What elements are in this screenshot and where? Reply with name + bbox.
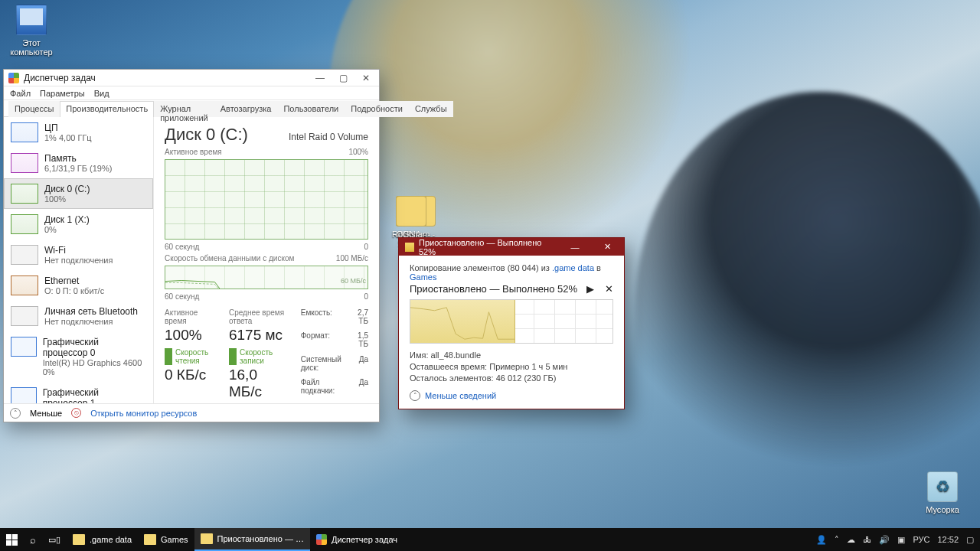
- stat-active-label: Активное время: [165, 308, 215, 325]
- close-button[interactable]: ✕: [593, 240, 621, 255]
- collapse-icon[interactable]: ˄: [10, 408, 21, 419]
- menu-file[interactable]: Файл: [10, 89, 31, 98]
- search-icon: ⌕: [30, 534, 36, 546]
- task-manager-icon: [316, 534, 327, 545]
- sidebar-item-wifi[interactable]: Wi-FiНет подключения: [4, 240, 153, 270]
- cancel-button[interactable]: ✕: [605, 283, 613, 295]
- ethernet-thumb-icon: [11, 276, 38, 295]
- x-left2: 60 секунд: [165, 292, 199, 301]
- bluetooth-thumb-icon: [11, 306, 38, 326]
- plot1-max: 100%: [348, 148, 368, 156]
- recycle-icon: [927, 471, 958, 502]
- sidebar-item-disk1[interactable]: Диск 1 (X:)0%: [4, 209, 153, 240]
- stat-active-value: 100%: [165, 327, 215, 344]
- window-title: Диспетчер задач: [24, 73, 309, 83]
- close-button[interactable]: ✕: [354, 70, 377, 86]
- stat-write-label: Скорость записи: [229, 348, 287, 365]
- tab-bar: Процессы Производительность Журнал прило…: [4, 100, 379, 117]
- sidebar-item-gpu1[interactable]: Графический процессор 1NVIDIA GeForce GT…: [4, 382, 153, 403]
- plot2-max: 100 МБ/с: [336, 254, 368, 262]
- icon-label: Этот компьютер: [8, 38, 55, 57]
- start-button[interactable]: [0, 528, 24, 551]
- tab-processes[interactable]: Процессы: [8, 101, 60, 117]
- x-left: 60 секунд: [165, 243, 199, 251]
- detail-heading: Диск 0 (C:): [165, 125, 248, 145]
- desktop-icon-this-pc[interactable]: Этот компьютер: [8, 5, 55, 57]
- copy-summary-line: Копирование элементов (80 044) из .game …: [410, 263, 613, 282]
- tab-services[interactable]: Службы: [409, 101, 453, 117]
- tab-app-history[interactable]: Журнал приложений: [154, 101, 214, 117]
- onedrive-icon[interactable]: ☁: [847, 535, 855, 545]
- maximize-button[interactable]: ▢: [332, 70, 354, 86]
- tab-startup[interactable]: Автозагрузка: [214, 101, 278, 117]
- task-manager-footer: ˄ Меньше ⦸ Открыть монитор ресурсов: [4, 403, 379, 422]
- battery-icon[interactable]: ▣: [897, 535, 905, 545]
- copy-details: Имя: all_48.bundle Оставшееся время: При…: [410, 350, 613, 384]
- sidebar-item-ethernet[interactable]: EthernetО: 0 П: 0 кбит/с: [4, 270, 153, 301]
- minimize-button[interactable]: ―: [309, 70, 332, 86]
- folder-icon: [73, 534, 85, 545]
- open-resource-monitor-link[interactable]: Открыть монитор ресурсов: [90, 409, 197, 418]
- monitor-icon: [16, 5, 47, 35]
- tab-users[interactable]: Пользователи: [277, 101, 345, 117]
- disk-properties: Емкость:2,7 ТБ Формат:1,5 ТБ Системный д…: [301, 308, 368, 400]
- tray-chevron-icon[interactable]: ˄: [835, 535, 839, 545]
- mem-thumb-icon: [11, 153, 38, 173]
- gpu-thumb-icon: [11, 387, 37, 403]
- input-language[interactable]: РУС: [913, 535, 929, 544]
- stat-read-label: Скорость чтения: [165, 348, 215, 365]
- resume-button[interactable]: ▶: [586, 283, 594, 295]
- performance-detail: Диск 0 (C:) Intel Raid 0 Volume Активное…: [154, 117, 379, 403]
- volume-icon[interactable]: 🔊: [879, 535, 890, 545]
- stat-avg-label: Среднее время ответа: [229, 308, 287, 325]
- fewer-details-link[interactable]: Меньше: [30, 409, 62, 418]
- sidebar-item-memory[interactable]: Память6,1/31,9 ГБ (19%): [4, 148, 153, 178]
- fewer-details-link[interactable]: ˄ Меньше сведений: [410, 390, 613, 401]
- copy-dest-link[interactable]: Games: [410, 272, 436, 282]
- file-copy-window: Приостановлено — Выполнено 52% ― ✕ Копир…: [398, 237, 625, 409]
- taskbar-item-copy[interactable]: Приостановлено — …: [194, 528, 310, 551]
- sidebar-item-bluetooth[interactable]: Личная сеть BluetoothНет подключения: [4, 301, 153, 331]
- desktop-icon-recycle-bin[interactable]: Мусорка: [919, 471, 966, 514]
- clock[interactable]: 12:52: [937, 535, 959, 544]
- chevron-up-icon: ˄: [410, 390, 420, 401]
- action-center-icon[interactable]: ▢: [966, 535, 974, 545]
- copy-source-link[interactable]: .game data: [552, 263, 594, 272]
- taskbar-item-game-data[interactable]: .game data: [67, 528, 138, 551]
- tab-details[interactable]: Подробности: [345, 101, 409, 117]
- network-icon[interactable]: 🖧: [863, 535, 871, 544]
- sidebar-item-gpu0[interactable]: Графический процессор 0Intel(R) HD Graph…: [4, 331, 153, 382]
- sidebar-item-disk0[interactable]: Диск 0 (C:)100%: [4, 178, 153, 209]
- taskbar: ⌕ ▭▯ .game data Games Приостановлено — ……: [0, 528, 980, 551]
- stop-icon: ⦸: [71, 408, 81, 418]
- x-right: 0: [364, 243, 368, 251]
- performance-sidebar: ЦП1% 4,00 ГГц Память6,1/31,9 ГБ (19%) Ди…: [4, 117, 154, 403]
- folder-icon: [144, 534, 156, 545]
- disk-thumb-icon: [11, 214, 38, 234]
- titlebar[interactable]: Диспетчер задач ― ▢ ✕: [4, 70, 379, 86]
- sidebar-item-cpu[interactable]: ЦП1% 4,00 ГГц: [4, 117, 153, 148]
- plot1-title: Активное время: [165, 148, 222, 156]
- disk-thumb-icon: [11, 184, 38, 204]
- tab-performance[interactable]: Производительность: [60, 101, 154, 117]
- search-button[interactable]: ⌕: [24, 528, 42, 551]
- cpu-thumb-icon: [11, 122, 38, 142]
- people-icon[interactable]: 👤: [816, 535, 827, 545]
- gpu-thumb-icon: [11, 337, 37, 357]
- taskbar-item-games[interactable]: Games: [138, 528, 194, 551]
- task-view-button[interactable]: ▭▯: [42, 528, 67, 551]
- stat-read-value: 0 КБ/с: [165, 367, 215, 383]
- folder-icon: [201, 533, 213, 544]
- menu-view[interactable]: Вид: [94, 89, 109, 98]
- copy-titlebar[interactable]: Приостановлено — Выполнено 52% ― ✕: [399, 238, 624, 256]
- taskbar-item-taskmgr[interactable]: Диспетчер задач: [310, 528, 403, 551]
- menu-bar: Файл Параметры Вид: [4, 86, 379, 100]
- icon-label: Мусорка: [919, 505, 966, 514]
- menu-options[interactable]: Параметры: [40, 89, 85, 98]
- system-tray: 👤 ˄ ☁ 🖧 🔊 ▣ РУС 12:52 ▢: [810, 528, 980, 551]
- active-time-chart: [165, 159, 368, 240]
- windows-logo-icon: [6, 534, 18, 546]
- task-view-icon: ▭▯: [48, 535, 60, 545]
- minimize-button[interactable]: ―: [561, 240, 589, 255]
- stat-write-value: 16,0 МБ/с: [229, 367, 287, 400]
